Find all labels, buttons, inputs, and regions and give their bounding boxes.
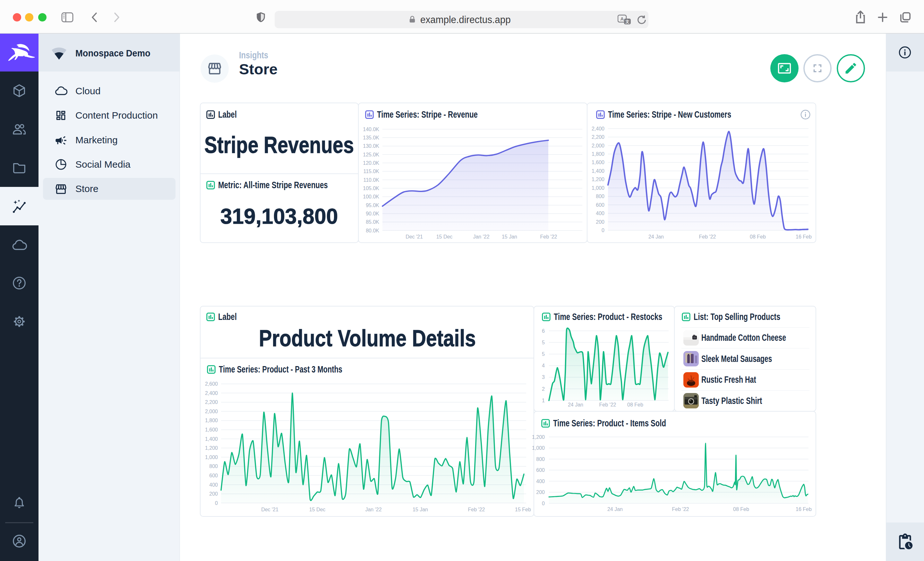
svg-text:1,600: 1,600 <box>592 160 604 165</box>
svg-text:2,400: 2,400 <box>592 126 604 132</box>
svg-text:1,000: 1,000 <box>592 185 604 191</box>
svg-text:105.0K: 105.0K <box>363 186 379 191</box>
svg-text:800: 800 <box>209 464 218 469</box>
svg-text:100.0K: 100.0K <box>363 194 379 199</box>
svg-text:80.0K: 80.0K <box>366 228 379 233</box>
svg-text:1,200: 1,200 <box>205 445 218 451</box>
svg-text:140.0K: 140.0K <box>363 127 379 132</box>
svg-text:1,800: 1,800 <box>205 418 218 423</box>
svg-text:800: 800 <box>536 456 545 462</box>
svg-text:Dec '21: Dec '21 <box>405 234 423 239</box>
svg-text:1,200: 1,200 <box>532 434 545 440</box>
svg-text:2,000: 2,000 <box>592 143 604 148</box>
svg-text:15 Dec: 15 Dec <box>309 507 326 512</box>
svg-text:400: 400 <box>536 479 545 484</box>
svg-text:130.0K: 130.0K <box>363 143 379 149</box>
svg-text:2,000: 2,000 <box>205 409 218 414</box>
svg-text:1,200: 1,200 <box>592 177 604 182</box>
svg-text:1,000: 1,000 <box>532 445 545 451</box>
svg-text:0: 0 <box>215 500 218 506</box>
svg-text:2,400: 2,400 <box>205 390 218 396</box>
svg-text:15 Feb: 15 Feb <box>515 507 531 512</box>
svg-text:5: 5 <box>542 352 545 357</box>
svg-text:24 Jan: 24 Jan <box>608 507 623 512</box>
svg-text:125.0K: 125.0K <box>363 152 379 157</box>
svg-text:16 Feb: 16 Feb <box>796 507 812 512</box>
svg-text:24 Jan: 24 Jan <box>648 234 664 239</box>
svg-text:08 Feb: 08 Feb <box>627 402 643 407</box>
svg-text:2,200: 2,200 <box>592 134 604 140</box>
svg-text:1,000: 1,000 <box>205 455 218 460</box>
svg-text:200: 200 <box>536 489 545 495</box>
svg-text:3: 3 <box>542 374 545 380</box>
svg-text:1: 1 <box>542 398 545 403</box>
svg-text:15 Jan: 15 Jan <box>502 234 517 239</box>
svg-text:1,400: 1,400 <box>205 436 218 442</box>
svg-text:90.0K: 90.0K <box>366 211 379 216</box>
svg-text:Feb '22: Feb '22 <box>672 507 689 512</box>
svg-text:4: 4 <box>542 363 545 368</box>
svg-text:1,600: 1,600 <box>205 427 218 432</box>
svg-text:600: 600 <box>536 467 545 473</box>
svg-text:16 Feb: 16 Feb <box>796 234 812 239</box>
svg-text:1,400: 1,400 <box>592 168 604 174</box>
svg-text:115.0K: 115.0K <box>363 169 379 174</box>
svg-text:0: 0 <box>602 227 604 233</box>
svg-text:08 Feb: 08 Feb <box>750 234 766 239</box>
svg-text:135.0K: 135.0K <box>363 135 379 141</box>
svg-text:600: 600 <box>209 473 218 478</box>
svg-text:15 Dec: 15 Dec <box>436 234 453 239</box>
svg-text:24 Jan: 24 Jan <box>568 402 583 407</box>
svg-text:800: 800 <box>596 194 604 199</box>
svg-text:400: 400 <box>209 482 218 488</box>
svg-text:1,800: 1,800 <box>592 151 604 157</box>
svg-text:Jan '22: Jan '22 <box>473 234 489 239</box>
svg-text:110.0K: 110.0K <box>363 177 379 183</box>
svg-text:200: 200 <box>596 219 604 225</box>
svg-text:Feb '22: Feb '22 <box>599 402 616 407</box>
svg-text:Feb '22: Feb '22 <box>468 507 485 512</box>
svg-text:95.0K: 95.0K <box>366 203 379 208</box>
svg-text:120.0K: 120.0K <box>363 160 379 166</box>
svg-text:2: 2 <box>542 386 545 392</box>
svg-text:6: 6 <box>542 328 545 334</box>
svg-text:Feb '22: Feb '22 <box>699 234 716 239</box>
svg-text:600: 600 <box>596 202 604 208</box>
svg-text:2,600: 2,600 <box>205 381 218 387</box>
svg-text:15 Jan: 15 Jan <box>412 507 428 512</box>
svg-text:Jan '22: Jan '22 <box>365 507 381 512</box>
svg-text:85.0K: 85.0K <box>366 219 379 225</box>
svg-text:08 Feb: 08 Feb <box>733 507 749 512</box>
svg-text:400: 400 <box>596 211 604 216</box>
svg-text:Dec '21: Dec '21 <box>261 507 279 512</box>
svg-text:0: 0 <box>542 501 545 506</box>
svg-text:2,200: 2,200 <box>205 399 218 405</box>
svg-text:200: 200 <box>209 491 218 497</box>
svg-text:Feb '22: Feb '22 <box>540 234 557 239</box>
svg-text:5: 5 <box>542 340 545 345</box>
